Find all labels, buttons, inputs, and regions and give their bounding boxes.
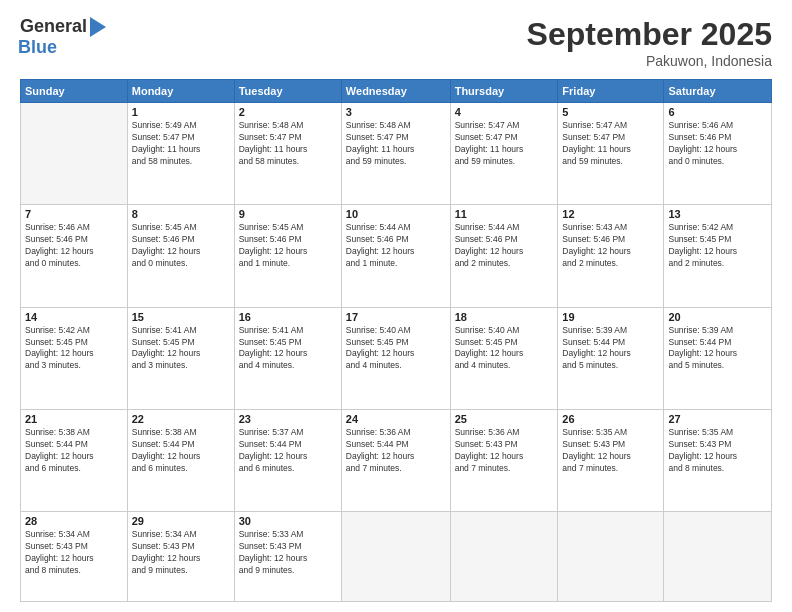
day-number: 24	[346, 413, 446, 425]
day-number: 22	[132, 413, 230, 425]
day-cell: 10Sunrise: 5:44 AM Sunset: 5:46 PM Dayli…	[341, 205, 450, 307]
day-cell: 21Sunrise: 5:38 AM Sunset: 5:44 PM Dayli…	[21, 410, 128, 512]
day-cell: 18Sunrise: 5:40 AM Sunset: 5:45 PM Dayli…	[450, 307, 558, 409]
day-number: 28	[25, 515, 123, 527]
day-cell: 4Sunrise: 5:47 AM Sunset: 5:47 PM Daylig…	[450, 103, 558, 205]
page: General Blue September 2025 Pakuwon, Ind…	[0, 0, 792, 612]
day-info: Sunrise: 5:48 AM Sunset: 5:47 PM Dayligh…	[239, 120, 337, 168]
day-cell: 11Sunrise: 5:44 AM Sunset: 5:46 PM Dayli…	[450, 205, 558, 307]
day-number: 21	[25, 413, 123, 425]
day-number: 19	[562, 311, 659, 323]
day-cell: 8Sunrise: 5:45 AM Sunset: 5:46 PM Daylig…	[127, 205, 234, 307]
day-cell: 5Sunrise: 5:47 AM Sunset: 5:47 PM Daylig…	[558, 103, 664, 205]
day-info: Sunrise: 5:37 AM Sunset: 5:44 PM Dayligh…	[239, 427, 337, 475]
col-tuesday: Tuesday	[234, 80, 341, 103]
day-number: 9	[239, 208, 337, 220]
day-info: Sunrise: 5:43 AM Sunset: 5:46 PM Dayligh…	[562, 222, 659, 270]
day-number: 8	[132, 208, 230, 220]
day-info: Sunrise: 5:40 AM Sunset: 5:45 PM Dayligh…	[346, 325, 446, 373]
day-cell: 9Sunrise: 5:45 AM Sunset: 5:46 PM Daylig…	[234, 205, 341, 307]
day-info: Sunrise: 5:39 AM Sunset: 5:44 PM Dayligh…	[668, 325, 767, 373]
day-number: 13	[668, 208, 767, 220]
week-row-5: 28Sunrise: 5:34 AM Sunset: 5:43 PM Dayli…	[21, 512, 772, 602]
day-number: 11	[455, 208, 554, 220]
day-number: 27	[668, 413, 767, 425]
header: General Blue September 2025 Pakuwon, Ind…	[20, 16, 772, 69]
day-cell: 27Sunrise: 5:35 AM Sunset: 5:43 PM Dayli…	[664, 410, 772, 512]
day-cell	[664, 512, 772, 602]
day-number: 30	[239, 515, 337, 527]
calendar-table: Sunday Monday Tuesday Wednesday Thursday…	[20, 79, 772, 602]
logo: General Blue	[20, 16, 106, 58]
day-number: 25	[455, 413, 554, 425]
day-info: Sunrise: 5:38 AM Sunset: 5:44 PM Dayligh…	[132, 427, 230, 475]
day-cell: 14Sunrise: 5:42 AM Sunset: 5:45 PM Dayli…	[21, 307, 128, 409]
day-info: Sunrise: 5:49 AM Sunset: 5:47 PM Dayligh…	[132, 120, 230, 168]
day-cell: 6Sunrise: 5:46 AM Sunset: 5:46 PM Daylig…	[664, 103, 772, 205]
day-number: 4	[455, 106, 554, 118]
day-number: 5	[562, 106, 659, 118]
day-number: 23	[239, 413, 337, 425]
day-cell: 29Sunrise: 5:34 AM Sunset: 5:43 PM Dayli…	[127, 512, 234, 602]
day-cell	[558, 512, 664, 602]
day-cell: 13Sunrise: 5:42 AM Sunset: 5:45 PM Dayli…	[664, 205, 772, 307]
day-info: Sunrise: 5:47 AM Sunset: 5:47 PM Dayligh…	[562, 120, 659, 168]
day-cell: 15Sunrise: 5:41 AM Sunset: 5:45 PM Dayli…	[127, 307, 234, 409]
day-info: Sunrise: 5:36 AM Sunset: 5:44 PM Dayligh…	[346, 427, 446, 475]
calendar-title: September 2025	[527, 16, 772, 53]
day-info: Sunrise: 5:47 AM Sunset: 5:47 PM Dayligh…	[455, 120, 554, 168]
day-number: 3	[346, 106, 446, 118]
day-number: 20	[668, 311, 767, 323]
day-cell: 19Sunrise: 5:39 AM Sunset: 5:44 PM Dayli…	[558, 307, 664, 409]
day-info: Sunrise: 5:35 AM Sunset: 5:43 PM Dayligh…	[668, 427, 767, 475]
day-cell: 16Sunrise: 5:41 AM Sunset: 5:45 PM Dayli…	[234, 307, 341, 409]
week-row-1: 1Sunrise: 5:49 AM Sunset: 5:47 PM Daylig…	[21, 103, 772, 205]
day-cell: 30Sunrise: 5:33 AM Sunset: 5:43 PM Dayli…	[234, 512, 341, 602]
calendar-location: Pakuwon, Indonesia	[527, 53, 772, 69]
col-monday: Monday	[127, 80, 234, 103]
col-friday: Friday	[558, 80, 664, 103]
day-cell	[341, 512, 450, 602]
header-row: Sunday Monday Tuesday Wednesday Thursday…	[21, 80, 772, 103]
day-info: Sunrise: 5:45 AM Sunset: 5:46 PM Dayligh…	[239, 222, 337, 270]
day-cell: 17Sunrise: 5:40 AM Sunset: 5:45 PM Dayli…	[341, 307, 450, 409]
day-info: Sunrise: 5:41 AM Sunset: 5:45 PM Dayligh…	[239, 325, 337, 373]
week-row-2: 7Sunrise: 5:46 AM Sunset: 5:46 PM Daylig…	[21, 205, 772, 307]
day-cell: 26Sunrise: 5:35 AM Sunset: 5:43 PM Dayli…	[558, 410, 664, 512]
logo-general-text: General	[20, 16, 87, 37]
day-info: Sunrise: 5:38 AM Sunset: 5:44 PM Dayligh…	[25, 427, 123, 475]
day-info: Sunrise: 5:34 AM Sunset: 5:43 PM Dayligh…	[132, 529, 230, 577]
logo-arrow-icon	[90, 17, 106, 37]
day-cell	[450, 512, 558, 602]
col-saturday: Saturday	[664, 80, 772, 103]
day-number: 10	[346, 208, 446, 220]
day-cell: 22Sunrise: 5:38 AM Sunset: 5:44 PM Dayli…	[127, 410, 234, 512]
day-info: Sunrise: 5:36 AM Sunset: 5:43 PM Dayligh…	[455, 427, 554, 475]
day-number: 18	[455, 311, 554, 323]
day-info: Sunrise: 5:33 AM Sunset: 5:43 PM Dayligh…	[239, 529, 337, 577]
day-cell: 24Sunrise: 5:36 AM Sunset: 5:44 PM Dayli…	[341, 410, 450, 512]
day-info: Sunrise: 5:46 AM Sunset: 5:46 PM Dayligh…	[25, 222, 123, 270]
day-number: 2	[239, 106, 337, 118]
day-cell: 12Sunrise: 5:43 AM Sunset: 5:46 PM Dayli…	[558, 205, 664, 307]
day-number: 14	[25, 311, 123, 323]
day-number: 12	[562, 208, 659, 220]
day-number: 16	[239, 311, 337, 323]
title-block: September 2025 Pakuwon, Indonesia	[527, 16, 772, 69]
day-info: Sunrise: 5:41 AM Sunset: 5:45 PM Dayligh…	[132, 325, 230, 373]
day-number: 15	[132, 311, 230, 323]
day-info: Sunrise: 5:48 AM Sunset: 5:47 PM Dayligh…	[346, 120, 446, 168]
day-cell: 25Sunrise: 5:36 AM Sunset: 5:43 PM Dayli…	[450, 410, 558, 512]
day-info: Sunrise: 5:42 AM Sunset: 5:45 PM Dayligh…	[25, 325, 123, 373]
day-cell: 28Sunrise: 5:34 AM Sunset: 5:43 PM Dayli…	[21, 512, 128, 602]
day-cell: 23Sunrise: 5:37 AM Sunset: 5:44 PM Dayli…	[234, 410, 341, 512]
day-info: Sunrise: 5:34 AM Sunset: 5:43 PM Dayligh…	[25, 529, 123, 577]
day-cell: 2Sunrise: 5:48 AM Sunset: 5:47 PM Daylig…	[234, 103, 341, 205]
col-wednesday: Wednesday	[341, 80, 450, 103]
col-thursday: Thursday	[450, 80, 558, 103]
day-number: 1	[132, 106, 230, 118]
day-info: Sunrise: 5:44 AM Sunset: 5:46 PM Dayligh…	[455, 222, 554, 270]
day-info: Sunrise: 5:35 AM Sunset: 5:43 PM Dayligh…	[562, 427, 659, 475]
day-number: 29	[132, 515, 230, 527]
week-row-3: 14Sunrise: 5:42 AM Sunset: 5:45 PM Dayli…	[21, 307, 772, 409]
